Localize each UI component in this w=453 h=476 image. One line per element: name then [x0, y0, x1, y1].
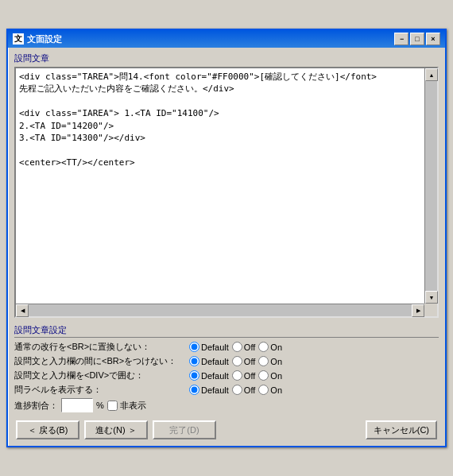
radio-on-input-4[interactable]	[258, 385, 269, 395]
setting-name-4: 問ラベルを表示する：	[14, 384, 189, 396]
radio-on-input-1[interactable]	[258, 342, 269, 352]
next-button[interactable]: 進む(N) ＞	[84, 420, 148, 439]
radio-group-4: Default Off On	[189, 385, 282, 395]
radio-group-1: Default Off On	[189, 342, 282, 352]
radio-default-input-3[interactable]	[189, 370, 199, 381]
radio-off-2[interactable]: Off	[232, 356, 255, 366]
hide-checkbox-label[interactable]: 非表示	[107, 400, 146, 412]
setting-name-3: 設問文と入力欄を<DIV>で囲む：	[14, 370, 189, 381]
radio-off-input-3[interactable]	[232, 370, 242, 381]
radio-default-3[interactable]: Default	[189, 370, 229, 381]
hide-checkbox[interactable]	[107, 401, 118, 411]
setting-name-2: 設問文と入力欄の間に<BR>をつけない：	[14, 355, 189, 367]
radio-default-2[interactable]: Default	[189, 356, 229, 366]
radio-on-4[interactable]: On	[258, 385, 282, 395]
setting-row-1: 通常の改行を<BR>に置換しない： Default Off On	[14, 341, 439, 353]
percent-sign: %	[96, 401, 104, 410]
cancel-button[interactable]: キャンセル(C)	[366, 420, 437, 439]
done-button[interactable]: 完了(D)	[153, 420, 216, 439]
scroll-up-arrow[interactable]: ▲	[425, 68, 438, 81]
scroll-right-arrow[interactable]: ▶	[412, 304, 424, 317]
hide-checkbox-text: 非表示	[120, 400, 146, 412]
maximize-button[interactable]: □	[410, 33, 424, 45]
radio-on-input-3[interactable]	[258, 370, 269, 381]
settings-section: 設問文章設定 通常の改行を<BR>に置換しない： Default Off O	[14, 324, 439, 412]
radio-group-3: Default Off On	[189, 370, 282, 381]
radio-off-3[interactable]: Off	[232, 370, 255, 381]
radio-default-input-2[interactable]	[189, 356, 199, 366]
settings-section-label: 設問文章設定	[14, 324, 439, 338]
h-scroll-track[interactable]	[29, 304, 412, 316]
window-title: 文面設定	[27, 33, 62, 45]
radio-on-2[interactable]: On	[258, 356, 282, 366]
radio-default-input-1[interactable]	[189, 342, 199, 352]
window-content: 設問文章 <div class="TAREA">問14.<font color=…	[8, 48, 445, 446]
radio-group-2: Default Off On	[189, 356, 282, 366]
horizontal-scrollbar[interactable]: ◀ ▶	[16, 304, 424, 316]
textarea-box: <div class="TAREA">問14.<font color="#FF0…	[14, 67, 439, 318]
nav-buttons: ＜ 戻る(B) 進む(N) ＞ 完了(D)	[16, 420, 216, 439]
radio-default-input-4[interactable]	[189, 385, 199, 395]
radio-on-input-2[interactable]	[258, 356, 269, 366]
main-window: 文 文面設定 － □ × 設問文章 <div class="TAREA">問14…	[6, 29, 447, 447]
progress-row: 進捗割合： % 非表示	[14, 398, 439, 412]
scroll-corner	[424, 304, 437, 316]
vertical-scrollbar[interactable]: ▲ ▼	[424, 68, 437, 304]
bottom-buttons: ＜ 戻る(B) 進む(N) ＞ 完了(D) キャンセル(C)	[14, 420, 439, 439]
setting-row-4: 問ラベルを表示する： Default Off On	[14, 384, 439, 396]
progress-input[interactable]	[61, 398, 93, 412]
progress-label: 進捗割合：	[14, 400, 58, 412]
radio-default-1[interactable]: Default	[189, 342, 229, 352]
radio-off-4[interactable]: Off	[232, 385, 255, 395]
setting-row-2: 設問文と入力欄の間に<BR>をつけない： Default Off On	[14, 355, 439, 367]
radio-on-3[interactable]: On	[258, 370, 282, 381]
back-button[interactable]: ＜ 戻る(B)	[16, 420, 79, 439]
v-scroll-track[interactable]	[425, 81, 437, 291]
radio-on-1[interactable]: On	[258, 342, 282, 352]
scroll-down-arrow[interactable]: ▼	[425, 291, 438, 304]
radio-off-input-4[interactable]	[232, 385, 242, 395]
radio-off-1[interactable]: Off	[232, 342, 255, 352]
radio-default-4[interactable]: Default	[189, 385, 229, 395]
title-bar: 文 文面設定 － □ ×	[8, 30, 445, 48]
window-icon: 文	[13, 33, 24, 45]
title-bar-left: 文 文面設定	[13, 33, 62, 45]
setting-row-3: 設問文と入力欄を<DIV>で囲む： Default Off On	[14, 370, 439, 381]
minimize-button[interactable]: －	[394, 33, 408, 45]
textarea-section-label: 設問文章	[14, 52, 439, 64]
title-buttons: － □ ×	[394, 33, 440, 45]
close-button[interactable]: ×	[426, 33, 440, 45]
setting-name-1: 通常の改行を<BR>に置換しない：	[14, 341, 189, 353]
text-editor[interactable]: <div class="TAREA">問14.<font color="#FF0…	[16, 68, 424, 304]
radio-off-input-1[interactable]	[232, 342, 242, 352]
radio-off-input-2[interactable]	[232, 356, 242, 366]
scroll-left-arrow[interactable]: ◀	[16, 304, 29, 317]
